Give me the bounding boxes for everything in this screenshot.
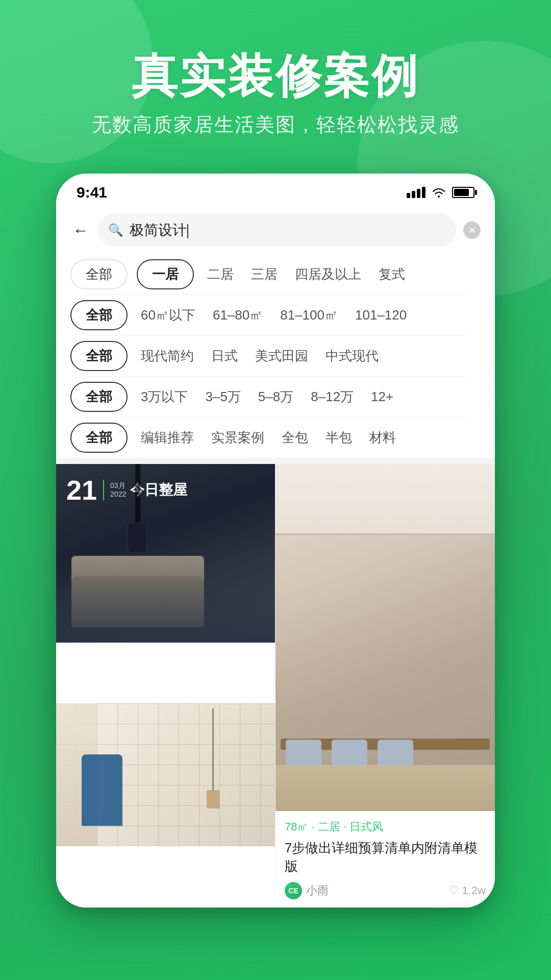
card-grid-image [56, 703, 275, 846]
filter-tag-12w[interactable]: 12+ [367, 384, 397, 410]
sofa-seat [71, 576, 204, 627]
filter-separator [56, 458, 495, 464]
author-initials: CE [288, 887, 298, 895]
filter-row-area: 全部 60㎡以下 61–80㎡ 81–100㎡ 101–120 [70, 295, 481, 335]
search-input-text[interactable]: 极简设计 [130, 220, 446, 240]
hanging-wire [212, 708, 214, 790]
filter-tag-siju[interactable]: 四居及以上 [291, 260, 365, 288]
kitchen-tall-image [276, 464, 495, 811]
phone-mockup-container: 9:41 [56, 174, 495, 908]
dark-room-image: 21 03月 2022 今日整屋 [56, 464, 275, 643]
filter-tag-american[interactable]: 美式田园 [251, 342, 312, 370]
filter-tag-3w[interactable]: 3万以下 [137, 383, 192, 411]
search-clear-button[interactable]: ✕ [463, 222, 481, 239]
filter-tag-8-12w[interactable]: 8–12万 [307, 383, 358, 411]
search-input-wrap[interactable]: 🔍 极简设计 [98, 213, 456, 247]
status-bar: 9:41 [56, 174, 495, 206]
status-icons [407, 187, 474, 198]
card-likes: ♡ 1.2w [449, 884, 486, 897]
filter-chip-all-1[interactable]: 全部 [70, 259, 128, 289]
kitchen-floor [276, 765, 495, 811]
date-info: 03月 2022 [110, 481, 126, 499]
filter-tag-chinese[interactable]: 中式现代 [321, 342, 383, 370]
filter-tag-japanese[interactable]: 日式 [207, 342, 242, 370]
filter-tag-5-8w[interactable]: 5–8万 [254, 383, 297, 411]
filter-row-style: 全部 现代简约 日式 美式田园 中式现代 [70, 336, 481, 376]
heart-icon: ♡ [449, 884, 459, 897]
wifi-icon [432, 187, 446, 198]
filter-chip-yiju[interactable]: 一居 [137, 259, 194, 289]
content-grid: 21 03月 2022 今日整屋 [56, 464, 495, 908]
filter-tag-modern[interactable]: 现代简约 [137, 342, 198, 370]
card-today-image: 21 03月 2022 今日整屋 [56, 464, 275, 643]
status-time: 9:41 [77, 184, 107, 201]
filter-chip-all-5[interactable]: 全部 [70, 423, 128, 453]
upper-cabinets [276, 464, 495, 535]
hero-title: 真实装修案例 [0, 51, 551, 102]
card-meta: 78㎡ · 二居 · 日式风 [285, 819, 486, 835]
filter-tag-material[interactable]: 材料 [365, 424, 400, 452]
filter-tag-60[interactable]: 60㎡以下 [137, 301, 199, 329]
hero-subtitle: 无数高质家居生活美图，轻轻松松找灵感 [0, 112, 551, 138]
filter-row-room-type: 全部 一居 二居 三居 四居及以上 复式 [70, 254, 481, 295]
card-kitchen[interactable]: 78㎡ · 二居 · 日式风 7步做出详细预算清单内附清单模版 CE 小雨 ♡ … [276, 464, 495, 908]
card-today[interactable]: 21 03月 2022 今日整屋 [56, 464, 276, 703]
filter-tag-3-5w[interactable]: 3–5万 [201, 383, 244, 411]
card-kitchen-info: 78㎡ · 二居 · 日式风 7步做出详细预算清单内附清单模版 CE 小雨 ♡ … [276, 811, 495, 908]
pendant-lamp [135, 464, 140, 525]
likes-count: 1.2w [462, 884, 486, 897]
filter-tag-erju[interactable]: 二居 [203, 260, 238, 288]
filter-chip-all-4[interactable]: 全部 [70, 382, 128, 412]
card-kitchen-image [276, 464, 495, 811]
filter-section: 全部 一居 二居 三居 四居及以上 复式 全部 60㎡以下 61–80㎡ 81–… [56, 254, 495, 458]
card-grid-room[interactable] [56, 703, 276, 907]
date-year: 2022 [110, 490, 126, 499]
filter-tag-quanbao[interactable]: 全包 [278, 424, 312, 452]
card-author: CE 小雨 [285, 882, 329, 899]
battery-icon [452, 187, 474, 198]
date-number: 21 [66, 474, 97, 506]
filter-tag-real[interactable]: 实景案例 [207, 424, 268, 452]
filter-tag-101-120[interactable]: 101–120 [351, 302, 411, 328]
grid-room-image [56, 703, 275, 846]
filter-chip-all-2[interactable]: 全部 [70, 300, 128, 330]
hero-section: 真实装修案例 无数高质家居生活美图，轻轻松松找灵感 [0, 0, 551, 138]
author-avatar: CE [285, 882, 302, 899]
filter-tag-banbao[interactable]: 半包 [321, 424, 356, 452]
signal-icon [407, 187, 425, 198]
filter-row-budget: 全部 3万以下 3–5万 5–8万 8–12万 12+ [70, 377, 481, 417]
sofa-back [71, 556, 204, 586]
card-footer: CE 小雨 ♡ 1.2w [285, 882, 486, 899]
back-button[interactable]: ← [70, 219, 91, 242]
filter-tag-61-80[interactable]: 61–80㎡ [209, 301, 267, 329]
phone-mockup: 9:41 [56, 174, 495, 908]
filter-tag-editor[interactable]: 编辑推荐 [137, 424, 198, 452]
card-title: 7步做出详细预算清单内附清单模版 [285, 839, 486, 876]
filter-tag-81-100[interactable]: 81–100㎡ [276, 301, 342, 329]
date-divider-line [103, 480, 104, 500]
hanging-ornament [207, 790, 220, 808]
date-badge: 21 03月 2022 今日整屋 [66, 474, 187, 506]
search-magnifier-icon: 🔍 [108, 223, 123, 237]
search-bar-row: ← 🔍 极简设计 ✕ [56, 206, 495, 254]
pendant-body [128, 523, 147, 553]
filter-chip-all-3[interactable]: 全部 [70, 341, 128, 371]
figure-art [82, 754, 122, 826]
date-month: 03月 [110, 481, 126, 490]
filter-tag-sanju[interactable]: 三居 [247, 260, 282, 288]
filter-row-category: 全部 编辑推荐 实景案例 全包 半包 材料 [70, 418, 481, 458]
filter-tag-fushi[interactable]: 复式 [374, 260, 409, 288]
author-name: 小雨 [306, 883, 329, 898]
